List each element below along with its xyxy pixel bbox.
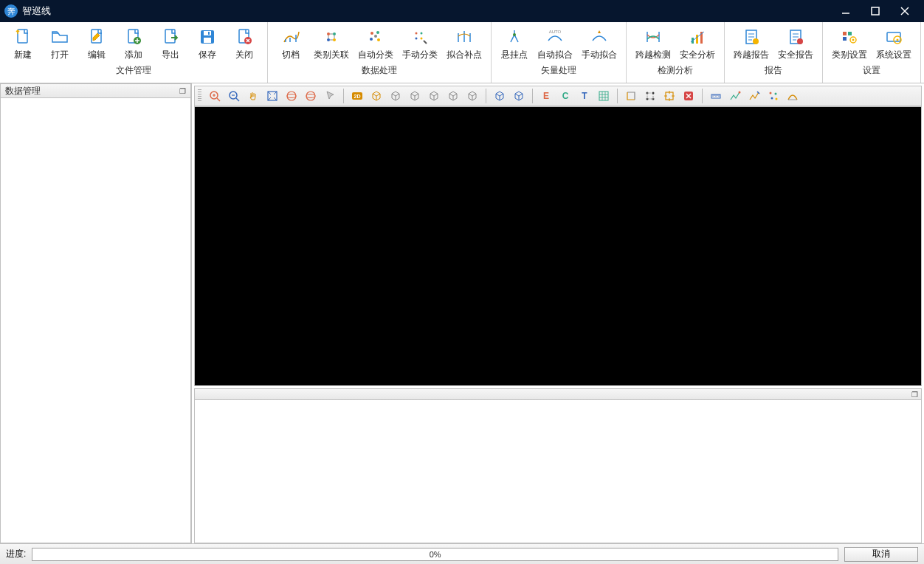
svg-point-68 (775, 93, 777, 95)
category-settings-button[interactable]: 类别设置 (827, 25, 872, 63)
svg-point-69 (771, 97, 773, 100)
fit-supplement-button[interactable]: 拟合补点 (442, 25, 486, 63)
file-export-icon (160, 27, 181, 47)
view-left-icon[interactable] (425, 88, 443, 104)
sample2-icon[interactable] (745, 88, 763, 104)
safety-analysis-button[interactable]: 安全分析 (675, 25, 720, 63)
save-button[interactable]: 保存 (189, 25, 226, 63)
qiedang-button[interactable]: 切档 (272, 25, 309, 63)
arc-icon[interactable] (784, 88, 801, 104)
ribbon-label: 添加 (125, 49, 142, 61)
app-icon: 奔 (4, 4, 18, 18)
auto-fit-button[interactable]: AUTO自动拟合 (533, 25, 577, 63)
view-front-icon[interactable] (387, 88, 404, 104)
new-button[interactable]: 新建 (4, 25, 41, 63)
cross-report-button[interactable]: 跨越报告 (729, 25, 773, 63)
tool-b-icon[interactable] (641, 88, 659, 104)
svg-point-16 (333, 32, 336, 35)
svg-point-70 (776, 98, 778, 100)
cross-detect-button[interactable]: 跨越检测 (631, 25, 675, 63)
svg-point-41 (852, 39, 855, 41)
view-3d-icon[interactable] (368, 88, 385, 104)
view-back-icon[interactable] (406, 88, 424, 104)
view-fit-icon[interactable] (263, 88, 281, 104)
letter-c-icon[interactable]: C (556, 88, 574, 104)
letter-e-icon[interactable]: E (537, 88, 555, 104)
safety-report-button[interactable]: 安全报告 (773, 25, 818, 63)
close-window-button[interactable] (890, 0, 920, 22)
file-edit-icon (86, 27, 107, 47)
view-top-icon[interactable] (463, 88, 481, 104)
zoom-out-icon[interactable] (225, 88, 243, 104)
ribbon-label: 手动分类 (402, 49, 438, 61)
main-viewport[interactable] (194, 106, 922, 386)
auto-fit-icon: AUTO (545, 27, 565, 47)
report2-icon (785, 27, 806, 47)
svg-point-21 (370, 38, 373, 41)
save-icon (197, 27, 218, 47)
ribbon-label: 新建 (14, 49, 32, 61)
svg-rect-38 (848, 32, 852, 35)
add-button[interactable]: 添加 (115, 25, 152, 63)
cancel-button[interactable]: 取消 (844, 547, 918, 562)
file-add-icon (123, 27, 144, 47)
svg-text:2D: 2D (354, 94, 361, 99)
sample1-icon[interactable] (726, 88, 744, 104)
system-settings-button[interactable]: 系统设置 (872, 25, 916, 63)
svg-text:C: C (562, 91, 569, 101)
ribbon-label: 跨越报告 (734, 49, 769, 61)
manual-fit-button[interactable]: 手动拟合 (577, 25, 621, 63)
svg-rect-37 (843, 32, 847, 35)
open-button[interactable]: 打开 (41, 25, 78, 63)
maximize-button[interactable] (861, 0, 890, 22)
ribbon-label: 导出 (162, 49, 179, 61)
ribbon-label: 安全报告 (778, 49, 813, 61)
ribbon-group-title: 设置 (827, 63, 916, 78)
svg-rect-8 (165, 30, 175, 43)
close-button[interactable]: 关闭 (226, 25, 263, 63)
svg-point-34 (753, 38, 759, 44)
ruler-icon[interactable] (707, 88, 725, 104)
hang-point-button[interactable]: 悬挂点 (496, 25, 533, 63)
points-icon[interactable] (765, 88, 782, 104)
titlebar: 奔 智巡线 (0, 0, 924, 22)
svg-point-23 (374, 35, 377, 38)
edit-button[interactable]: 编辑 (78, 25, 115, 63)
dock-icon[interactable]: ❐ (179, 87, 186, 95)
auto-classify-button[interactable]: 自动分类 (354, 25, 398, 63)
bottom-panel-body (194, 400, 922, 543)
manual-classify-button[interactable]: 手动分类 (398, 25, 442, 63)
svg-text:AUTO: AUTO (549, 30, 562, 34)
box2-icon[interactable] (510, 88, 528, 104)
ribbon-label: 悬挂点 (501, 49, 528, 61)
category-link-button[interactable]: 类别关联 (309, 25, 354, 63)
letter-t-icon[interactable]: T (576, 88, 593, 104)
tool-x-icon[interactable] (680, 88, 697, 104)
tool-c-icon[interactable] (661, 88, 678, 104)
hang-pt-icon (504, 27, 525, 47)
svg-point-22 (377, 38, 380, 41)
app-title: 智巡线 (22, 4, 51, 18)
progress-percent: 0% (32, 548, 838, 560)
zoom-in-icon[interactable] (206, 88, 224, 104)
tool-a-icon[interactable] (622, 88, 640, 104)
cursor-icon[interactable] (321, 88, 339, 104)
svg-point-24 (416, 32, 418, 35)
view-right-icon[interactable] (444, 88, 462, 104)
export-button[interactable]: 导出 (152, 25, 189, 63)
orbit-icon[interactable] (283, 88, 300, 104)
orbit2-icon[interactable] (302, 88, 320, 104)
folder-open-icon (49, 27, 70, 47)
safety-icon (687, 27, 708, 47)
dock-icon[interactable]: ❐ (911, 391, 918, 399)
svg-point-20 (376, 31, 379, 34)
pan-icon[interactable] (244, 88, 262, 104)
file-new-icon (13, 27, 33, 47)
grid-icon[interactable] (595, 88, 613, 104)
secondary-toolbar: 2DECT (194, 86, 922, 106)
ribbon-label: 手动拟合 (582, 49, 617, 61)
minimize-button[interactable] (831, 0, 861, 22)
box1-icon[interactable] (491, 88, 508, 104)
view-2d-icon[interactable]: 2D (348, 88, 366, 104)
ribbon-label: 打开 (51, 49, 69, 61)
